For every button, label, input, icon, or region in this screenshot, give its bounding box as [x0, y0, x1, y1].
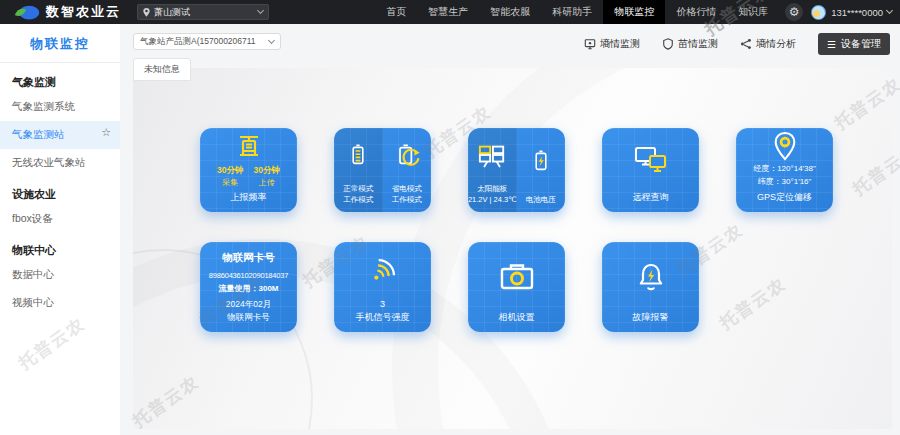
device-manage-label: 设备管理: [841, 37, 881, 51]
soil-analysis-label: 墒情分析: [756, 37, 796, 51]
card-report-frequency[interactable]: 30分钟 采集 30分钟 上传 上报频率: [200, 128, 297, 212]
battery-normal-icon: [346, 140, 370, 170]
remote-monitors-icon: [633, 144, 669, 176]
user-chevron-down-icon[interactable]: [886, 7, 893, 14]
chevron-down-icon: [268, 36, 275, 43]
shield-icon: [662, 38, 674, 50]
battery-eco-icon: [393, 140, 421, 170]
card-footer: GPS定位偏移: [757, 191, 812, 212]
content-toolbar: 墒情监测 苗情监测 墒情分析 ☰ 设备管理: [562, 33, 890, 55]
settings-gear-icon[interactable]: ⚙: [785, 3, 803, 21]
seedling-monitor-label: 苗情监测: [678, 37, 718, 51]
soil-analysis-button[interactable]: 墒情分析: [740, 37, 796, 51]
location-pin-icon: [143, 8, 150, 17]
camera-icon: [499, 261, 535, 293]
solar-panel-label: 太阳能板: [477, 184, 507, 193]
solar-panel-icon: [476, 141, 508, 169]
solar-panel-half[interactable]: 太阳能板 21.2V | 24.3℃: [468, 128, 517, 212]
card-signal-strength[interactable]: 3 手机信号强度: [334, 242, 431, 332]
card-footer: 故障报警: [633, 311, 669, 332]
nav-item-knowledge[interactable]: 知识库: [727, 0, 779, 24]
sidebar-group-facility: 设施农业: [0, 177, 120, 205]
card-footer: 手机信号强度: [356, 311, 410, 332]
sidebar-item-label: 气象监测站: [12, 128, 65, 140]
sidebar-item-wireless-weather-station[interactable]: 无线农业气象站: [0, 149, 120, 177]
solar-panel-values: 21.2V | 24.3℃: [468, 195, 517, 204]
card-fault-alarm[interactable]: 故障报警: [602, 242, 699, 332]
monitor-icon: [584, 38, 596, 50]
divider: [0, 62, 120, 63]
sidebar-group-weather: 气象监测: [0, 65, 120, 93]
eco-mode-line1: 省电模式: [392, 184, 422, 193]
iot-card-number: 89860436102090184037: [209, 271, 288, 280]
battery-voltage-half[interactable]: 电池电压: [517, 128, 566, 212]
favorite-star-icon[interactable]: ☆: [101, 126, 111, 139]
logo-cloud-icon: [14, 3, 40, 21]
gps-latitude: 纬度：30°1'16": [753, 176, 816, 189]
sidebar-item-fbox-device[interactable]: fbox设备: [0, 205, 120, 233]
gps-longitude: 经度：120°14'38": [753, 163, 816, 176]
menu-icon: ☰: [827, 39, 836, 50]
battery-charge-icon: [529, 146, 553, 176]
upload-interval-label: 上传: [254, 177, 280, 188]
card-footer: 物联网卡号: [227, 312, 270, 332]
sidebar-group-iot-center: 物联中心: [0, 233, 120, 261]
card-footer: 远程查询: [633, 191, 669, 212]
main-nav: 首页 智慧生产 智能农服 科研助手 物联监控 价格行情 知识库: [375, 0, 779, 24]
sidebar-item-weather-station[interactable]: 气象监测站 ☆: [0, 121, 120, 149]
main-content: 气象站产品测A(157000206711 墒情监测 苗情监测: [120, 24, 900, 435]
sidebar-item-weather-system[interactable]: 气象监测系统: [0, 93, 120, 121]
nav-item-smart-agriservice[interactable]: 智能农服: [479, 0, 541, 24]
card-camera-settings[interactable]: 相机设置: [468, 242, 565, 332]
soil-monitor-label: 墒情监测: [600, 37, 640, 51]
card-footer: 相机设置: [499, 311, 535, 332]
iot-card-title: 物联网卡号: [222, 251, 275, 265]
eco-mode-half[interactable]: 省电模式 工作模式: [383, 128, 432, 212]
device-cards: 30分钟 采集 30分钟 上传 上报频率: [200, 128, 892, 362]
location-pin-icon: [771, 130, 799, 162]
eco-mode-line2: 工作模式: [392, 195, 422, 204]
collect-interval-label: 采集: [217, 177, 243, 188]
card-row-2: 物联网卡号 89860436102090184037 流量使用：300M 202…: [200, 242, 892, 332]
collect-interval-value: 30分钟: [217, 165, 243, 177]
location-select[interactable]: 萧山测试: [137, 4, 269, 20]
device-manage-button[interactable]: ☰ 设备管理: [818, 33, 890, 55]
nav-item-price[interactable]: 价格行情: [665, 0, 727, 24]
share-analysis-icon: [740, 38, 752, 50]
user-phone: 131****0000: [831, 7, 883, 18]
top-navbar: 数智农业云 萧山测试 首页 智慧生产 智能农服 科研助手 物联监控 价格行情 知…: [0, 0, 900, 24]
nav-item-smart-production[interactable]: 智慧生产: [417, 0, 479, 24]
chevron-down-icon: [257, 7, 264, 14]
card-row-1: 30分钟 采集 30分钟 上传 上报频率: [200, 128, 892, 212]
card-gps[interactable]: 经度：120°14'38" 纬度：30°1'16" GPS定位偏移: [736, 128, 833, 212]
sidebar-item-video-center[interactable]: 视频中心: [0, 289, 120, 317]
seedling-monitor-button[interactable]: 苗情监测: [662, 37, 718, 51]
normal-mode-half[interactable]: 正常模式 工作模式: [334, 128, 383, 212]
card-power[interactable]: 太阳能板 21.2V | 24.3℃: [468, 128, 565, 212]
user-cluster: ⚙ 131****0000: [785, 3, 892, 21]
card-remote-query[interactable]: 远程查询: [602, 128, 699, 212]
normal-mode-line2: 工作模式: [343, 195, 373, 204]
card-iot-number[interactable]: 物联网卡号 89860436102090184037 流量使用：300M 202…: [200, 242, 297, 332]
avatar[interactable]: [811, 5, 826, 20]
card-work-mode[interactable]: 正常模式 工作模式: [334, 128, 431, 212]
battery-voltage-label: 电池电压: [526, 195, 556, 204]
device-select[interactable]: 气象站产品测A(157000206711: [133, 33, 281, 50]
sidebar-item-data-center[interactable]: 数据中心: [0, 261, 120, 289]
nav-item-iot-monitor[interactable]: 物联监控: [603, 0, 665, 24]
signal-value: 3: [380, 299, 385, 309]
normal-mode-line1: 正常模式: [343, 184, 373, 193]
dashboard-panel: 30分钟 采集 30分钟 上传 上报频率: [133, 68, 892, 429]
upload-interval-value: 30分钟: [254, 165, 280, 177]
nav-item-research-assistant[interactable]: 科研助手: [541, 0, 603, 24]
wifi-signal-icon: [366, 255, 400, 287]
sidebar-title: 物联监控: [0, 24, 120, 62]
sidebar: 物联监控 气象监测 气象监测系统 气象监测站 ☆ 无线农业气象站 设施农业 fb…: [0, 24, 120, 435]
soil-monitor-button[interactable]: 墒情监测: [584, 37, 640, 51]
app-title: 数智农业云: [46, 3, 121, 21]
card-footer: 上报频率: [231, 191, 267, 212]
nav-item-home[interactable]: 首页: [375, 0, 417, 24]
location-label: 萧山测试: [154, 6, 258, 19]
iot-card-usage: 流量使用：300M: [218, 283, 278, 294]
info-tab[interactable]: 未知信息: [133, 58, 191, 81]
